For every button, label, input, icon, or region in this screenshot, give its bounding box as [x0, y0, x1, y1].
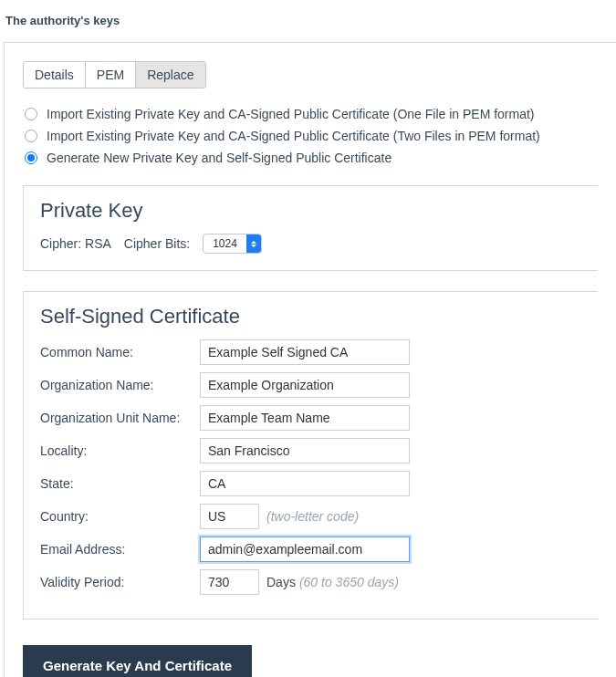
common-name-label: Common Name: — [40, 345, 200, 359]
cipher-label: Cipher: — [40, 236, 81, 251]
generate-button[interactable]: Generate Key And Certificate — [23, 645, 252, 677]
tab-bar: Details PEM Replace — [23, 61, 206, 89]
tab-replace[interactable]: Replace — [136, 62, 204, 88]
email-label: Email Address: — [40, 542, 200, 557]
org-unit-label: Organization Unit Name: — [40, 411, 200, 425]
validity-unit: Days — [266, 575, 296, 589]
cipher-value: RSA — [85, 236, 111, 251]
private-key-title: Private Key — [40, 199, 581, 234]
replace-options: Import Existing Private Key and CA-Signe… — [23, 103, 598, 169]
country-label: Country: — [40, 509, 200, 524]
cipher-bits-select[interactable]: 1024 — [203, 234, 262, 254]
state-input[interactable] — [200, 471, 410, 496]
country-hint: (two-letter code) — [266, 509, 359, 524]
cipher-bits-value: 1024 — [204, 237, 246, 250]
locality-input[interactable] — [200, 438, 410, 463]
cipher-bits-label: Cipher Bits: — [124, 236, 190, 251]
private-key-panel: Private Key Cipher: RSA Cipher Bits: 102… — [23, 185, 598, 271]
country-input[interactable] — [200, 504, 259, 529]
locality-label: Locality: — [40, 443, 200, 458]
radio-generate-new[interactable] — [25, 151, 37, 164]
common-name-input[interactable] — [200, 339, 410, 365]
certificate-title: Self-Signed Certificate — [40, 305, 581, 339]
radio-import-one-file-label: Import Existing Private Key and CA-Signe… — [47, 107, 535, 121]
org-name-input[interactable] — [200, 372, 410, 398]
certificate-panel: Self-Signed Certificate Common Name: Org… — [23, 291, 598, 620]
org-name-label: Organization Name: — [40, 378, 200, 392]
validity-hint: (60 to 3650 days) — [299, 575, 399, 589]
org-unit-input[interactable] — [200, 405, 410, 431]
radio-import-one-file[interactable] — [25, 108, 37, 120]
radio-generate-new-label: Generate New Private Key and Self-Signed… — [47, 151, 392, 165]
radio-import-two-files-label: Import Existing Private Key and CA-Signe… — [47, 129, 540, 143]
page-title: The authority's keys — [0, 9, 616, 42]
email-input[interactable] — [200, 536, 410, 562]
state-label: State: — [40, 476, 200, 491]
radio-import-two-files[interactable] — [25, 130, 37, 142]
validity-label: Validity Period: — [40, 575, 200, 589]
tab-details[interactable]: Details — [24, 62, 86, 88]
select-arrows-icon — [246, 234, 261, 253]
validity-input[interactable] — [200, 569, 259, 595]
tab-pem[interactable]: PEM — [86, 62, 136, 88]
